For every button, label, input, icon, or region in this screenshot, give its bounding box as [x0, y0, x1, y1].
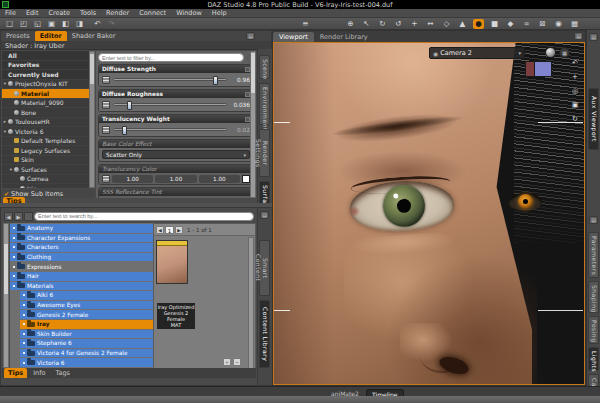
- tab-presets[interactable]: Presets: [1, 31, 35, 41]
- diffuse-strength-slider[interactable]: [113, 78, 227, 81]
- surface-selection-tool-icon[interactable]: ●: [473, 19, 484, 29]
- diffuse-roughness-slider[interactable]: [113, 103, 227, 106]
- menu-connect[interactable]: Connect: [134, 9, 171, 17]
- tab-render-settings[interactable]: Render Settings: [259, 129, 270, 177]
- folder-clothing[interactable]: Clothing: [10, 253, 153, 262]
- diffuse-roughness-value[interactable]: 0.036: [230, 102, 250, 108]
- search-options-button[interactable]: [24, 212, 33, 221]
- tree-item-toulousehr[interactable]: ▸ToulouseHR: [2, 118, 89, 127]
- tab-info[interactable]: Info: [29, 368, 49, 378]
- content-tree-scrollbar[interactable]: [3, 223, 9, 368]
- param-menu-icon[interactable]: [102, 76, 110, 84]
- prop-tool-icon[interactable]: ◆: [505, 19, 516, 29]
- export-file-icon[interactable]: ◨: [74, 19, 85, 29]
- slider-handle[interactable]: [213, 76, 218, 85]
- zoom-in-icon[interactable]: +: [223, 358, 231, 366]
- figure-icon[interactable]: ▲: [457, 19, 468, 29]
- sss-tint-b[interactable]: 1.00: [199, 198, 240, 199]
- tab-parameters[interactable]: Parameters: [588, 232, 599, 278]
- tab-posing[interactable]: Posing: [588, 316, 599, 344]
- folder-stephanie-6[interactable]: Stephanie 6: [20, 339, 153, 348]
- save-file-icon[interactable]: ▣: [46, 19, 57, 29]
- panel-menu-icon[interactable]: ▤: [589, 33, 598, 41]
- tab-tips[interactable]: Tips: [4, 368, 27, 378]
- menu-render[interactable]: Render: [101, 9, 134, 17]
- tree-item-all[interactable]: All: [2, 51, 89, 60]
- tree-item-iris[interactable]: Iris: [2, 184, 89, 188]
- active-pose-tool-icon[interactable]: ◇: [441, 19, 452, 29]
- folder-iray[interactable]: Iray: [20, 320, 153, 329]
- tab-environment[interactable]: Environment: [259, 83, 270, 125]
- scene-navigator-icon[interactable]: ≡: [300, 19, 311, 29]
- pan-icon[interactable]: +: [572, 73, 578, 81]
- viewport-canvas[interactable]: ◉ Camera 2 ▾ ▦ ↶ + ◎ ▣ ↻: [273, 42, 585, 385]
- translate-tool-icon[interactable]: +: [409, 19, 420, 29]
- tab-viewport[interactable]: Viewport: [273, 32, 314, 42]
- slider-handle[interactable]: [122, 126, 127, 135]
- menu-help[interactable]: Help: [207, 9, 232, 17]
- node-connector-icon[interactable]: ∞: [521, 19, 532, 29]
- lock-tool-icon[interactable]: ⊠: [537, 19, 548, 29]
- editor-scrollbar[interactable]: [250, 51, 256, 198]
- param-menu-icon[interactable]: [102, 198, 110, 199]
- spot-render-tool-icon[interactable]: ◉: [553, 19, 564, 29]
- tab-render-library[interactable]: Render Library: [314, 32, 374, 42]
- tree-item-material-9090[interactable]: Material_9090: [2, 99, 89, 108]
- tree-item-bone[interactable]: Bone: [2, 108, 89, 117]
- scale-tool-icon[interactable]: ↔: [425, 19, 436, 29]
- page-next-icon[interactable]: ▶: [175, 226, 183, 234]
- param-menu-icon[interactable]: [102, 101, 110, 109]
- panel-menu-icon[interactable]: ▤: [574, 32, 583, 40]
- perspective-view-icon[interactable]: ⊕: [345, 19, 356, 29]
- translucency-color-r[interactable]: 1.00: [112, 175, 153, 183]
- zoom-icon[interactable]: ◎: [572, 87, 578, 95]
- tab-editor[interactable]: Editor: [35, 31, 67, 41]
- tab-shaping[interactable]: Shaping: [588, 281, 599, 313]
- forward-icon[interactable]: ▶: [14, 212, 23, 221]
- folder-anatomy[interactable]: Anatomy: [10, 224, 153, 233]
- browser-scrollbar[interactable]: [248, 237, 254, 370]
- folder-genesis-2-female[interactable]: Genesis 2 Female: [20, 310, 153, 319]
- menu-window[interactable]: Window: [171, 9, 207, 17]
- translucency-weight-slider[interactable]: [113, 128, 227, 131]
- tab-tags[interactable]: Tags: [52, 368, 74, 378]
- param-menu-icon[interactable]: [102, 126, 110, 134]
- color-swatch[interactable]: [242, 198, 250, 199]
- add-figure-icon[interactable]: ■: [489, 19, 500, 29]
- slider-handle[interactable]: [127, 101, 132, 110]
- tree-item-default-templates[interactable]: Default Templates: [2, 137, 89, 146]
- tree-item-material[interactable]: Material: [2, 89, 89, 98]
- back-icon[interactable]: ◀: [4, 212, 13, 221]
- diffuse-strength-value[interactable]: 0.96: [230, 77, 250, 83]
- tree-item-legacy-surfaces[interactable]: Legacy Surfaces: [2, 146, 89, 155]
- content-search-input[interactable]: [34, 212, 254, 221]
- folder-characters[interactable]: Characters: [10, 243, 153, 252]
- tree-item-favorites[interactable]: Favorites: [2, 61, 89, 70]
- sss-tint-r[interactable]: 1.00: [112, 198, 153, 199]
- open-file-icon[interactable]: ◰: [18, 19, 29, 29]
- node-selection-tool-icon[interactable]: ↖: [361, 19, 372, 29]
- translucency-weight-value[interactable]: 0.02: [230, 127, 250, 133]
- asset-thumbnail[interactable]: Iray Optimized Genesis 2 Female MAT: [156, 240, 188, 284]
- twist-tool-icon[interactable]: ↺: [393, 19, 404, 29]
- folder-skin-builder[interactable]: Skin Builder: [20, 330, 153, 339]
- camera-selector[interactable]: ◉ Camera 2 ▾: [429, 47, 525, 59]
- folder-victoria-6[interactable]: Victoria 6: [20, 358, 153, 367]
- tree-item-cornea[interactable]: Cornea: [2, 175, 89, 184]
- base-color-effect-dropdown[interactable]: Scatter Only ▾: [102, 150, 250, 159]
- tab-content-library[interactable]: Content Library: [259, 300, 270, 368]
- panel-menu-icon[interactable]: ▤: [260, 211, 269, 219]
- tab-scene[interactable]: Scene: [259, 55, 270, 79]
- folder-victoria-4-for-genesis-2-female[interactable]: Victoria 4 for Genesis 2 Female: [20, 349, 153, 358]
- frame-icon[interactable]: ▣: [572, 101, 579, 109]
- redo-icon[interactable]: ↷: [106, 19, 117, 29]
- tree-item-currently-used[interactable]: Currently Used: [2, 70, 89, 79]
- tree-item-victoria-6[interactable]: ▾Victoria 6: [2, 127, 89, 136]
- render-options-icon[interactable]: ▦: [569, 19, 580, 29]
- zoom-out-icon[interactable]: −: [233, 358, 241, 366]
- folder-awesome-eyes[interactable]: Awesome Eyes: [20, 301, 153, 310]
- tab-aux-viewport[interactable]: Aux Viewport: [588, 88, 599, 150]
- folder-expressions[interactable]: Expressions: [10, 262, 153, 271]
- page-number[interactable]: 1: [165, 226, 174, 234]
- draw-style-icon[interactable]: [545, 47, 556, 58]
